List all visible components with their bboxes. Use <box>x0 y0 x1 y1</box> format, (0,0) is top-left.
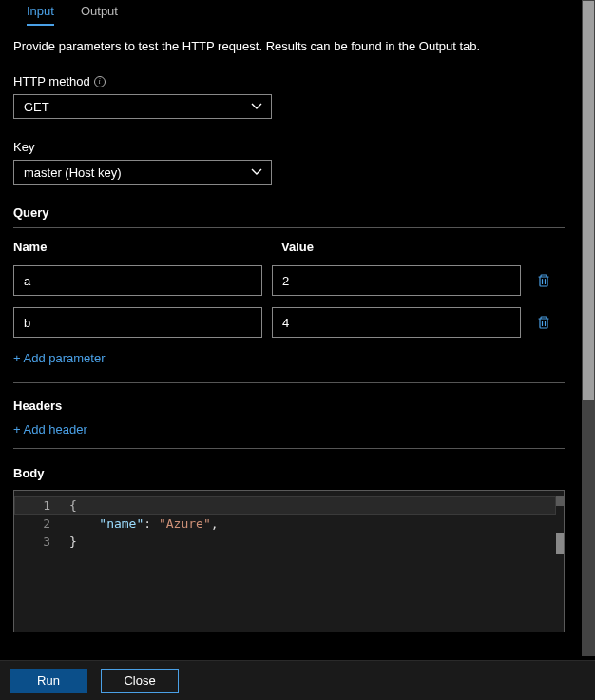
editor-scroll-marker <box>556 496 564 506</box>
chevron-down-icon <box>250 103 263 110</box>
panel-scrollbar-track[interactable] <box>582 0 595 656</box>
key-select[interactable]: master (Host key) <box>13 160 272 185</box>
trash-icon <box>536 273 551 288</box>
query-value-input[interactable] <box>272 265 521 296</box>
query-value-input[interactable] <box>272 307 521 338</box>
query-row <box>13 307 565 338</box>
delete-row-button[interactable] <box>530 315 557 330</box>
key-section: Key master (Host key) <box>13 140 565 185</box>
body-label: Body <box>13 466 565 480</box>
key-value: master (Host key) <box>24 165 122 180</box>
divider <box>13 227 565 228</box>
divider <box>13 382 565 383</box>
http-method-label-text: HTTP method <box>13 74 90 88</box>
divider <box>13 448 565 449</box>
key-label: Key <box>13 140 565 154</box>
query-value-header: Value <box>281 240 565 254</box>
main-content: Input Output Provide parameters to test … <box>0 0 578 632</box>
line-number: 1 <box>14 496 50 515</box>
query-name-input[interactable] <box>13 265 262 296</box>
editor-gutter: 1 2 3 <box>14 491 69 632</box>
http-method-label: HTTP method i <box>13 74 565 88</box>
code-line: } <box>69 533 564 551</box>
tab-output[interactable]: Output <box>67 0 131 26</box>
query-column-headers: Name Value <box>13 240 565 254</box>
footer-bar: Run Close <box>0 660 595 700</box>
code-line: "name": "Azure", <box>69 515 564 533</box>
run-button[interactable]: Run <box>10 669 87 693</box>
http-method-value: GET <box>24 100 49 114</box>
editor-code-area[interactable]: { "name": "Azure", } <box>69 491 564 632</box>
headers-section: Headers + Add header <box>13 399 565 449</box>
editor-scroll-thumb[interactable] <box>556 533 564 554</box>
body-section: Body 1 2 3 { "name": "Azure", } <box>13 466 565 632</box>
chevron-down-icon <box>250 168 263 176</box>
http-method-section: HTTP method i GET <box>13 74 565 119</box>
panel-scrollbar-thumb[interactable] <box>583 1 594 400</box>
query-section: Query Name Value + Add parameter <box>13 205 565 383</box>
trash-icon <box>536 315 551 330</box>
add-parameter-button[interactable]: + Add parameter <box>13 351 105 365</box>
query-name-input[interactable] <box>13 307 262 338</box>
delete-row-button[interactable] <box>530 273 557 288</box>
query-label: Query <box>13 205 565 220</box>
line-number: 3 <box>14 533 50 551</box>
code-line: { <box>69 496 564 515</box>
tab-input[interactable]: Input <box>13 0 67 26</box>
body-editor[interactable]: 1 2 3 { "name": "Azure", } <box>13 490 565 632</box>
close-button[interactable]: Close <box>101 669 179 693</box>
info-icon[interactable]: i <box>94 76 106 88</box>
line-number: 2 <box>14 515 50 533</box>
query-row <box>13 265 565 296</box>
http-method-select[interactable]: GET <box>13 94 272 119</box>
add-header-button[interactable]: + Add header <box>13 422 87 437</box>
query-name-header: Name <box>13 240 272 254</box>
headers-label: Headers <box>13 399 565 413</box>
tab-bar: Input Output <box>13 0 565 26</box>
description-text: Provide parameters to test the HTTP requ… <box>13 39 565 53</box>
editor-scrollbar[interactable] <box>554 491 564 632</box>
